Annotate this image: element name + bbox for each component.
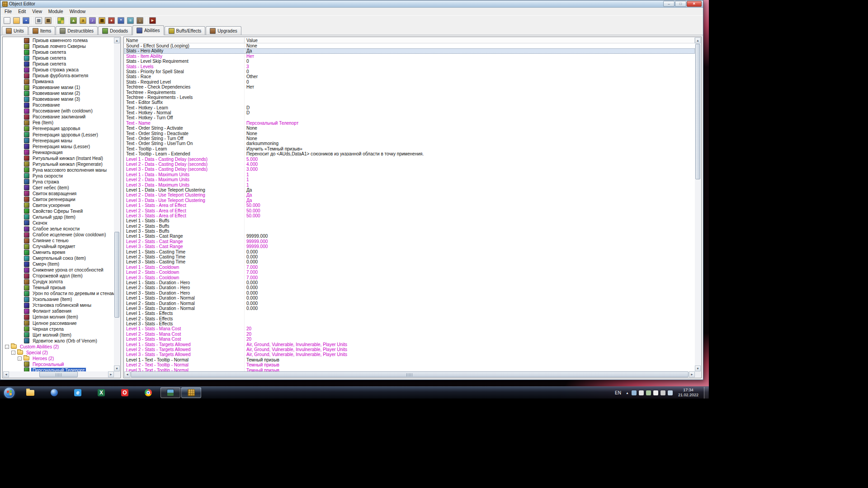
tab-upgrades[interactable]: Upgrades	[206, 26, 241, 35]
hidden-icons-chevron-icon[interactable]: ▲	[626, 391, 629, 394]
table-row[interactable]: Level 2 - Stats - Buffs	[124, 224, 695, 229]
ai-editor-button[interactable]: *	[116, 16, 126, 25]
table-row[interactable]: Level 2 - Stats - Duration - Normal0.000	[124, 301, 695, 306]
taskbar-object-editor-app-button[interactable]	[181, 387, 201, 398]
table-row[interactable]: Level 2 - Stats - Cast Range99999.000	[124, 239, 695, 244]
tree-item[interactable]: Черная стрела	[3, 326, 114, 332]
table-row[interactable]: Level 3 - Text - Tooltip - NormalТемный …	[124, 368, 695, 371]
menu-file[interactable]: File	[1, 8, 15, 15]
tree-item[interactable]: Свет небес (item)	[3, 185, 114, 191]
scroll-up-icon[interactable]: ▲	[695, 38, 701, 43]
tree-item[interactable]: Ядовитое жало (Orb of Venom)	[3, 338, 114, 344]
tree-item[interactable]: Случайный предмет	[3, 244, 114, 249]
table-row[interactable]: Level 2 - Stats - Duration - Hero0.000	[124, 285, 695, 290]
tree-item[interactable]: Развеивание магии (1)	[3, 84, 114, 90]
tab-units[interactable]: Units	[2, 26, 28, 35]
tab-abilities[interactable]: Abilities	[132, 25, 164, 35]
tree-item[interactable]: Призыв фурболга-воителя	[3, 73, 114, 79]
title-bar[interactable]: Object Editor –□×	[0, 0, 703, 8]
table-hscroll-thumb[interactable]	[131, 371, 689, 377]
doodad-palette-button[interactable]	[56, 16, 66, 25]
table-row[interactable]: Level 2 - Stats - Targets AllowedAir, Gr…	[124, 347, 695, 352]
tree-item[interactable]: Призыв стража ужаса	[3, 67, 114, 73]
table-row[interactable]: Level 2 - Stats - Effects	[124, 316, 695, 321]
tree-item[interactable]: Сменить время	[3, 249, 114, 255]
table-row[interactable]: Level 2 - Data - Casting Delay (seconds)…	[124, 162, 695, 167]
trigger-editor-button[interactable]: a	[78, 16, 88, 25]
table-row[interactable]: Level 3 - Stats - Targets AllowedAir, Gr…	[124, 352, 695, 357]
taskbar-world-editor-button[interactable]	[160, 387, 180, 398]
expander-minus-icon[interactable]: -	[5, 345, 9, 349]
table-row[interactable]: Text - Order String - ActivateNone	[124, 126, 695, 131]
tree-item[interactable]: Целное рассеивание	[3, 320, 114, 326]
table-row[interactable]: Text - Hotkey - LearnD	[124, 105, 695, 110]
tree-item[interactable]: Персональный Телепорт	[3, 367, 114, 371]
taskbar-media-player-button[interactable]	[43, 387, 66, 398]
table-row[interactable]: Level 2 - Data - Use Teleport Clustering…	[124, 192, 695, 197]
tree-item[interactable]: Развеивание магии (3)	[3, 96, 114, 102]
table-row[interactable]: Level 1 - Stats - Buffs	[124, 218, 695, 223]
tray-bluetooth-icon[interactable]	[632, 390, 637, 395]
tree-item[interactable]: Приманка	[3, 79, 114, 84]
table-row[interactable]: Stats - Priority for Spell Steal0	[124, 69, 695, 74]
table-row[interactable]: Level 3 - Data - Casting Delay (seconds)…	[124, 167, 695, 172]
tree-item[interactable]: Слабое зелье ясности	[3, 226, 114, 232]
table-vertical-scrollbar[interactable]: ▲ ▼	[695, 38, 701, 371]
minimize-button[interactable]: –	[663, 1, 675, 7]
taskbar-explorer-button[interactable]	[19, 387, 42, 398]
table-row[interactable]: Level 1 - Stats - Targets AllowedAir, Gr…	[124, 342, 695, 347]
open-map-button[interactable]	[12, 16, 21, 25]
table-row[interactable]: Level 2 - Data - Maximum Units1	[124, 177, 695, 182]
tree-item[interactable]: Сторожевой идол (item)	[3, 273, 114, 279]
table-row[interactable]: Techtree - Requirements	[124, 90, 695, 95]
menu-view[interactable]: View	[29, 8, 45, 15]
table-row[interactable]: Level 3 - Stats - Cooldown7.000	[124, 275, 695, 280]
table-row[interactable]: Level 3 - Stats - Area of Effect50.000	[124, 213, 695, 218]
tree-item[interactable]: Смерч (Item)	[3, 261, 114, 267]
tree-item[interactable]: Свиток ускорения	[3, 202, 114, 208]
table-row[interactable]: Text - Order String - Use/Turn Ondarksum…	[124, 141, 695, 146]
table-row[interactable]: Level 3 - Stats - Duration - Hero0.000	[124, 291, 695, 296]
tree-item[interactable]: Установка гоблинской мины	[3, 302, 114, 308]
tree-item[interactable]: Рев (Item)	[3, 120, 114, 126]
table-row[interactable]: Level 1 - Stats - Cooldown7.000	[124, 265, 695, 270]
tree-item[interactable]: Реинкарнация	[3, 150, 114, 155]
table-horizontal-scrollbar[interactable]: ◄ ►	[124, 371, 695, 377]
tab-buffs-effects[interactable]: Buffs/Effects	[165, 26, 206, 35]
table-row[interactable]: Level 3 - Stats - Mana Cost20	[124, 337, 695, 342]
tree-folder[interactable]: -Special (2)	[3, 350, 114, 356]
table-row[interactable]: Level 1 - Text - Tooltip - NormalТемный …	[124, 357, 695, 362]
tray-volume-icon[interactable]	[653, 390, 658, 395]
tree-item[interactable]: Персональный	[3, 361, 114, 367]
tree-item[interactable]: Регенерация маны (Lesser)	[3, 144, 114, 150]
table-row[interactable]: Level 2 - Stats - Mana Cost20	[124, 332, 695, 337]
table-row[interactable]: Techtree - Check DependenciesНет	[124, 84, 695, 89]
tree-item[interactable]: Призыв скелета	[3, 61, 114, 67]
tree-item[interactable]: Призыв скелета	[3, 49, 114, 55]
tab-items[interactable]: Items	[28, 26, 55, 35]
scroll-left-icon[interactable]: ◄	[3, 371, 9, 377]
table-row[interactable]: Level 3 - Data - Use Teleport Clustering…	[124, 198, 695, 203]
table-row[interactable]: Text - Hotkey - NormalD	[124, 110, 695, 115]
table-row[interactable]: Level 1 - Stats - Cast Range99999.000	[124, 234, 695, 239]
table-row[interactable]: Text - Tooltip - Learn - ExtendedПеренос…	[124, 151, 695, 156]
sound-editor-button[interactable]: ♪	[88, 16, 97, 25]
save-map-button[interactable]: ▪	[21, 16, 31, 25]
tree-item[interactable]: Призыв скелета	[3, 55, 114, 61]
tree-item[interactable]: Регенерация здоровья (Lesser)	[3, 132, 114, 138]
expander-minus-icon[interactable]: -	[11, 351, 15, 355]
table-row[interactable]: Level 1 - Data - Casting Delay (seconds)…	[124, 157, 695, 162]
import-manager-button[interactable]: ↓	[135, 16, 145, 25]
tree-item[interactable]: Руна скорости	[3, 173, 114, 179]
scroll-up-icon[interactable]: ▲	[114, 38, 120, 43]
object-editor-button[interactable]: ▦	[97, 16, 107, 25]
table-row[interactable]: Level 1 - Stats - Casting Time0.000	[124, 249, 695, 254]
table-row[interactable]: Stats - Hero AbilityДа	[124, 48, 695, 53]
tree-folder[interactable]: -Heroes (2)	[3, 356, 114, 361]
tree-item[interactable]: Руна стража	[3, 179, 114, 185]
table-row[interactable]: Level 3 - Data - Maximum Units1	[124, 183, 695, 188]
tree-item[interactable]: Свойство Сферы Теней	[3, 208, 114, 214]
tree-item[interactable]: Ритуальный кинжал (Instant Heal)	[3, 155, 114, 161]
table-vscroll-thumb[interactable]	[695, 44, 700, 179]
table-row[interactable]: Techtree - Requirements - Levels	[124, 95, 695, 100]
